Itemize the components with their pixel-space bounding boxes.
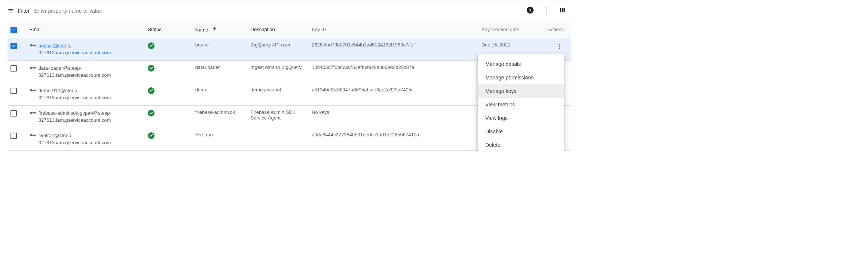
description-cell: BigQuery API user xyxy=(248,38,309,60)
menu-manage-details[interactable]: Manage details xyxy=(478,57,564,71)
svg-point-7 xyxy=(559,46,560,47)
email-link[interactable]: bquser@steep-327613.iam.gserviceaccount.… xyxy=(39,42,142,57)
svg-point-8 xyxy=(559,48,560,49)
row-checkbox[interactable] xyxy=(10,65,17,72)
columns-button[interactable] xyxy=(557,5,568,16)
svg-rect-2 xyxy=(560,8,561,12)
status-enabled-icon xyxy=(148,87,155,94)
service-account-icon xyxy=(30,88,36,94)
menu-manage-permissions[interactable]: Manage permissions xyxy=(478,71,564,84)
row-checkbox[interactable] xyxy=(10,88,17,94)
menu-delete[interactable]: Delete xyxy=(478,138,564,151)
columns-icon xyxy=(559,6,566,15)
svg-text:?: ? xyxy=(529,7,532,13)
name-cell: firebase-adminsdk xyxy=(192,105,248,128)
svg-point-6 xyxy=(559,44,560,45)
menu-view-metrics[interactable]: View metrics xyxy=(478,98,564,111)
svg-point-5 xyxy=(30,44,32,46)
menu-disable[interactable]: Disable xyxy=(478,125,564,138)
description-cell: Ingest data to BigQuery xyxy=(248,60,309,83)
col-header-name[interactable]: Name xyxy=(192,21,248,38)
filter-label: Filter xyxy=(18,8,30,14)
keyid-cell: 108405d7f0bf68a753efb9f928a3869d2d20c87e xyxy=(309,60,479,83)
more-vert-icon xyxy=(556,45,562,51)
name-cell: data-loader xyxy=(192,60,248,83)
keyid-cell: No keys xyxy=(309,105,479,128)
service-account-icon xyxy=(30,43,36,49)
filter-icon xyxy=(7,7,14,14)
service-account-icon xyxy=(30,110,36,117)
help-icon: ? xyxy=(526,6,534,15)
status-enabled-icon xyxy=(148,65,155,72)
row-actions-button[interactable] xyxy=(555,42,564,52)
row-actions-menu: Manage details Manage permissions Manage… xyxy=(478,54,564,151)
sort-asc-icon xyxy=(212,27,217,33)
menu-view-logs[interactable]: View logs xyxy=(478,111,564,125)
filter-bar: Filter ? xyxy=(7,0,571,21)
status-enabled-icon xyxy=(148,132,155,139)
description-cell: demo account xyxy=(248,83,309,105)
svg-rect-4 xyxy=(563,8,565,12)
row-checkbox[interactable] xyxy=(10,110,17,117)
menu-manage-keys[interactable]: Manage keys xyxy=(478,84,564,98)
divider xyxy=(546,6,547,16)
status-enabled-icon xyxy=(148,110,155,117)
service-account-icon xyxy=(30,65,36,72)
name-cell: Fivetran xyxy=(192,128,248,150)
email-link: fivetran@steep-327613.iam.gserviceaccoun… xyxy=(39,132,142,146)
svg-point-9 xyxy=(30,67,32,69)
svg-point-13 xyxy=(30,89,32,91)
col-header-actions: Actions xyxy=(538,21,571,38)
svg-point-21 xyxy=(30,134,32,136)
col-header-email[interactable]: Email xyxy=(27,21,145,38)
description-cell: Firebase Admin SDK Service Agent xyxy=(248,105,309,128)
email-link: data-loader@steep-327613.iam.gserviceacc… xyxy=(39,64,142,79)
row-checkbox[interactable] xyxy=(10,43,17,49)
col-header-keyid[interactable]: Key ID xyxy=(309,21,479,38)
keyid-cell: 2626cfbd79b2701c544b3d45124182f1953c7c1f xyxy=(309,38,479,60)
email-link: firebase-adminsdk-gvpa4@steep-327613.iam… xyxy=(39,109,142,124)
status-enabled-icon xyxy=(148,42,155,49)
svg-rect-3 xyxy=(562,8,563,12)
name-cell: bquser xyxy=(192,38,248,60)
filter-input[interactable] xyxy=(33,7,153,14)
col-header-description[interactable]: Description xyxy=(248,21,309,38)
table-header-row: Email Status Name Description Key ID Key… xyxy=(7,21,571,38)
svg-point-17 xyxy=(30,112,32,114)
email-link: demo-910@steep-327613.iam.gserviceaccoun… xyxy=(39,87,142,102)
description-cell xyxy=(248,128,309,150)
service-account-icon xyxy=(30,133,36,139)
help-button[interactable]: ? xyxy=(525,4,536,17)
col-header-keydate[interactable]: Key creation date xyxy=(479,21,538,38)
keyid-cell: a0da6444c227384b531dedcc1dd1d1265567410a xyxy=(309,128,479,150)
select-all-checkbox[interactable] xyxy=(10,27,17,33)
col-header-status[interactable]: Status xyxy=(145,21,192,38)
row-checkbox[interactable] xyxy=(10,133,17,139)
name-cell: demo xyxy=(192,83,248,105)
keyid-cell: a51340df3c3ff947a8695abafe3ac2a829a7405c xyxy=(309,83,479,105)
